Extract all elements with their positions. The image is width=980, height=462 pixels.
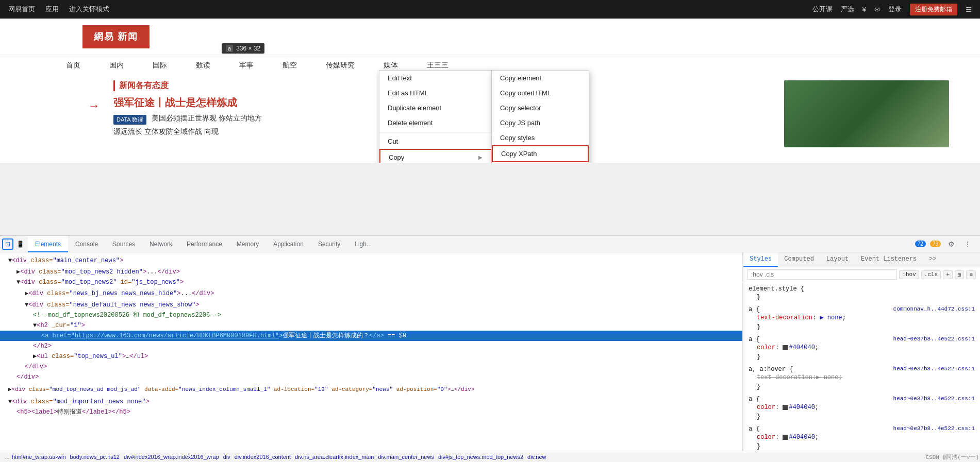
sub-copy-element[interactable]: Copy element [492,71,589,85]
menu-wangsan[interactable]: 王三三 [423,61,453,70]
style-selector: element.style { [749,285,804,293]
dom-line: </div> [0,372,742,382]
ctx-duplicate[interactable]: Duplicate element [379,100,492,115]
tab-performance[interactable]: Performance [179,236,229,252]
style-prop: text-decoration: ▶ none; [749,313,975,322]
ctx-cut[interactable]: Cut [379,134,492,149]
tab-sources[interactable]: Sources [105,236,142,252]
dom-line: ▶<div class="mod_top_news2 hidden">...</… [0,267,742,277]
styles-filter-input[interactable] [748,269,897,280]
sub-copy-styles[interactable]: Copy styles [492,130,589,145]
tab-styles[interactable]: Styles [743,252,778,267]
menu-domestic[interactable]: 国内 [105,61,128,70]
menu-military[interactable]: 军事 [235,61,258,70]
nav-mail[interactable]: ✉ [874,6,880,13]
filter-settings[interactable]: ≡ [966,270,976,279]
menu-aviation[interactable]: 航空 [278,61,301,70]
menu-home[interactable]: 首页 [62,61,85,70]
hamburger-icon[interactable]: ☰ [966,6,972,13]
dom-line: ▶<ul class="top_news_ul">…</ul> [0,351,742,362]
breadcrumb-item[interactable]: body.news_pc.ns12 [70,454,120,460]
more-options-icon[interactable]: ⋮ [961,238,974,250]
arrow-icon: → [88,98,100,113]
devtools-icons: 72 79 ⚙ ⋮ [915,238,978,250]
dom-line: ▼<h2 _cur="1"> [0,320,742,331]
breadcrumb-item[interactable]: div#js_top_news.mod_top_news2 [438,454,523,460]
dom-line: </div> [0,362,742,372]
tab-event-listeners[interactable]: Event Listeners [855,252,923,267]
error-badge: 72 [915,241,926,247]
style-rule: a, a:hover { head~0e37b8..4e522.css:1 te… [749,366,975,391]
tab-more-styles[interactable]: >> [923,252,942,267]
sub-context-menu: Copy element Copy outerHTML Copy selecto… [491,70,589,163]
nav-opencourse[interactable]: 公开课 [812,5,833,14]
tab-elements[interactable]: Elements [28,236,68,252]
nav-currency[interactable]: ¥ [862,6,866,13]
style-source[interactable]: head~0e37b8..4e522.css:1 [893,336,975,342]
ctx-sep-1 [379,132,492,132]
breadcrumb-item[interactable]: div.ns_area.clearfix.index_main [295,454,374,460]
sub-copy-full-xpath[interactable]: Copy full XPath [492,162,589,163]
style-source[interactable]: commonnav_h..44d72.css:1 [893,306,975,312]
register-button[interactable]: 注册免费邮箱 [910,4,957,15]
tooltip-size: 336 × 32 [236,45,260,52]
styles-filter-bar: :hov .cls + ⊞ ≡ [743,267,980,282]
style-source[interactable]: head~0e37b8..4e522.css:1 [893,366,975,372]
tab-layout[interactable]: Layout [820,252,855,267]
sub-headline-1: 美国必须摆正世界观 你站立的地方 [152,114,262,123]
menu-media-research[interactable]: 传媒研究 [322,61,359,70]
news-image [784,80,949,147]
menu-data[interactable]: 数读 [192,61,214,70]
tab-lighthouse[interactable]: Ligh... [347,236,379,252]
breadcrumb-item[interactable]: div.main_center_news [378,454,434,460]
dom-line-selected[interactable]: <a href="https://www.163.com/news/articl… [0,331,742,341]
breadcrumb-item[interactable]: div.new [527,454,546,460]
breadcrumb-item[interactable]: div.index2016_content [235,454,291,460]
filter-cls[interactable]: .cls [921,270,941,279]
tab-network[interactable]: Network [142,236,179,252]
tab-computed[interactable]: Computed [778,252,820,267]
style-prop: color: #404040; [749,403,975,412]
filter-more[interactable]: ⊞ [955,270,965,279]
style-prop: } [749,382,975,391]
breadcrumb-item[interactable]: div#index2016_wrap.index2016_wrap [124,454,219,460]
warning-badge: 79 [930,241,941,247]
style-prop: } [749,412,975,421]
filter-hov[interactable]: :hov [899,270,919,279]
style-prop: } [749,322,975,332]
dom-tree-panel[interactable]: ▼<div class="main_center_news"> ▶<div cl… [0,252,743,451]
style-source[interactable]: head~0e37b8..4e522.css:1 [893,425,975,432]
tab-security[interactable]: Security [311,236,347,252]
tab-application[interactable]: Application [266,236,311,252]
device-toolbar-icon[interactable]: 📱 [14,238,26,250]
menu-media[interactable]: 媒体 [379,61,402,70]
sub-copy-selector[interactable]: Copy selector [492,100,589,115]
ctx-edit-html[interactable]: Edit as HTML [379,85,492,100]
settings-icon[interactable]: ⚙ [945,238,957,250]
sub-copy-outerhtml[interactable]: Copy outerHTML [492,85,589,100]
nav-home[interactable]: 网易首页 [8,5,35,14]
nav-apps[interactable]: 应用 [45,5,59,14]
nav-care-mode[interactable]: 进入关怀模式 [69,5,109,14]
style-selector: a { [749,396,760,403]
element-picker-icon[interactable]: ⊡ [2,238,13,250]
filter-add[interactable]: + [943,270,953,279]
sub-copy-xpath[interactable]: Copy XPath [492,145,589,162]
tooltip-tag: a [226,45,233,52]
menu-international[interactable]: 国际 [148,61,171,70]
breadcrumb-item[interactable]: html#ne_wrap.ua-win [12,454,66,460]
ctx-edit-text[interactable]: Edit text [379,71,492,85]
ctx-copy[interactable]: Copy ▶ [379,149,492,163]
devtools-breadcrumb: … html#ne_wrap.ua-win body.news_pc.ns12 … [0,451,980,462]
tab-memory[interactable]: Memory [229,236,266,252]
dom-line: ▼<div class="news_default_news news_news… [0,300,742,310]
nav-yanxuan[interactable]: 严选 [841,5,854,14]
breadcrumb-item[interactable]: div [223,454,230,460]
sub-copy-jspath[interactable]: Copy JS path [492,115,589,130]
style-source[interactable]: head~0e37b8..4e522.css:1 [893,396,975,402]
ctx-delete[interactable]: Delete element [379,115,492,130]
nav-login[interactable]: 登录 [888,5,902,14]
devtools-tab-bar: ⊡ 📱 Elements Console Sources Network Per… [0,236,980,252]
dom-line: ▶<div class="news_bj_news news_news_hide… [0,288,742,299]
tab-console[interactable]: Console [68,236,105,252]
